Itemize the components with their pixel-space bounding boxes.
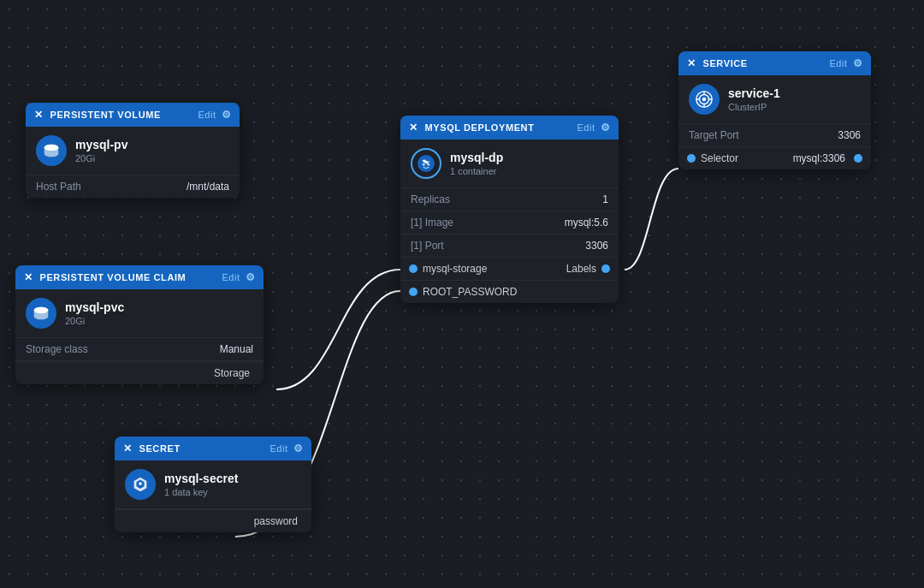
mysql-labels-dot: [601, 264, 610, 273]
pv-edit-btn[interactable]: Edit: [198, 110, 216, 120]
secret-gear-icon[interactable]: ⚙: [293, 442, 304, 454]
mysql-row-replicas: Replicas 1: [400, 188, 619, 211]
mysql-name: mysql-dp: [450, 151, 503, 164]
pv-close-btn[interactable]: ✕: [34, 109, 44, 121]
mysql-icon: [411, 148, 441, 179]
pvc-node: ✕ PERSISTENT VOLUME CLAIM Edit ⚙ mysql-p…: [15, 265, 264, 384]
pv-row-hostpath: Host Path /mnt/data: [26, 175, 240, 198]
svg-point-12: [702, 98, 707, 102]
pv-icon: [36, 135, 67, 166]
secret-node: ✕ SECRET Edit ⚙ mysql-secret 1 data key …: [115, 437, 311, 532]
secret-edit-btn[interactable]: Edit: [270, 443, 288, 454]
mysql-row-image: [1] Image mysql:5.6: [400, 211, 619, 235]
pvc-row-storage-class: Storage class Manual: [15, 338, 264, 361]
service-row-target-port: Target Port 3306: [678, 124, 871, 147]
pvc-name: mysql-pvc: [65, 300, 124, 314]
mysql-body: Replicas 1 [1] Image mysql:5.6 [1] Port …: [400, 188, 619, 303]
secret-body: password: [115, 509, 311, 532]
pvc-body: Storage class Manual Storage: [15, 338, 264, 384]
mysql-close-btn[interactable]: ✕: [409, 122, 418, 134]
persistent-volume-header: ✕ PERSISTENT VOLUME Edit ⚙: [26, 103, 240, 127]
mysql-row-port: [1] Port 3306: [400, 235, 619, 258]
secret-header: ✕ SECRET Edit ⚙: [115, 437, 311, 460]
service-gear-icon[interactable]: ⚙: [853, 57, 863, 69]
pv-title: PERSISTENT VOLUME: [50, 110, 193, 120]
service-edit-btn[interactable]: Edit: [830, 58, 848, 68]
svg-point-9: [427, 163, 429, 165]
service-sub: ClusterIP: [728, 102, 780, 112]
pv-identity: mysql-pv 20Gi: [26, 127, 240, 175]
pvc-edit-btn[interactable]: Edit: [222, 272, 240, 282]
service-icon: [689, 84, 720, 115]
svg-point-6: [139, 482, 142, 485]
pv-sub: 20Gi: [75, 153, 127, 163]
secret-close-btn[interactable]: ✕: [123, 442, 133, 454]
pvc-icon: [26, 298, 56, 329]
secret-sub: 1 data key: [164, 487, 238, 497]
pvc-close-btn[interactable]: ✕: [24, 271, 33, 283]
mysql-storage-dot: [409, 264, 418, 273]
secret-password-connector: password: [115, 509, 311, 532]
persistent-volume-node: ✕ PERSISTENT VOLUME Edit ⚙ mysql-pv 20Gi…: [26, 103, 240, 198]
mysql-sub: 1 container: [450, 166, 503, 176]
mysql-root-password-dot: [409, 288, 418, 296]
secret-identity: mysql-secret 1 data key: [115, 460, 311, 509]
pv-gear-icon[interactable]: ⚙: [222, 109, 232, 121]
secret-title: SECRET: [139, 443, 265, 454]
service-header: ✕ SERVICE Edit ⚙: [678, 51, 871, 75]
mysql-gear-icon[interactable]: ⚙: [601, 122, 611, 134]
svg-point-8: [423, 163, 425, 165]
mysql-deployment-header: ✕ MYSQL DEPLOYMENT Edit ⚙: [400, 116, 619, 140]
pvc-title: PERSISTENT VOLUME CLAIM: [40, 272, 217, 282]
service-selector-left-dot: [687, 154, 696, 163]
pvc-gear-icon[interactable]: ⚙: [246, 271, 256, 283]
service-close-btn[interactable]: ✕: [687, 57, 696, 69]
mysql-identity: mysql-dp 1 container: [400, 140, 619, 188]
service-selector-right-dot: [854, 154, 862, 163]
pvc-header: ✕ PERSISTENT VOLUME CLAIM Edit ⚙: [15, 265, 264, 289]
mysql-root-password-connector: ROOT_PASSWORD: [400, 281, 619, 303]
service-name: service-1: [728, 86, 780, 100]
mysql-deployment-node: ✕ MYSQL DEPLOYMENT Edit ⚙ mysql-dp 1 con…: [400, 116, 619, 303]
pv-body: Host Path /mnt/data: [26, 175, 240, 198]
service-selector-row: Selector mysql:3306: [678, 147, 871, 169]
service-identity: service-1 ClusterIP: [678, 75, 871, 124]
secret-name: mysql-secret: [164, 472, 238, 485]
mysql-edit-btn[interactable]: Edit: [578, 122, 595, 133]
service-body: Target Port 3306 Selector mysql:3306: [678, 124, 871, 169]
svg-point-1: [44, 145, 59, 151]
service-node: ✕ SERVICE Edit ⚙ service-1 ClusterIP Tar…: [678, 51, 871, 169]
pvc-storage-connector: Storage: [15, 361, 264, 384]
svg-point-3: [34, 307, 49, 313]
secret-icon: [125, 469, 156, 500]
service-title: SERVICE: [703, 58, 825, 68]
mysql-title: MYSQL DEPLOYMENT: [425, 122, 572, 133]
pvc-sub: 20Gi: [65, 316, 124, 326]
pv-name: mysql-pv: [75, 138, 127, 151]
pvc-identity: mysql-pvc 20Gi: [15, 289, 264, 338]
mysql-storage-connector: mysql-storage Labels: [400, 258, 619, 281]
